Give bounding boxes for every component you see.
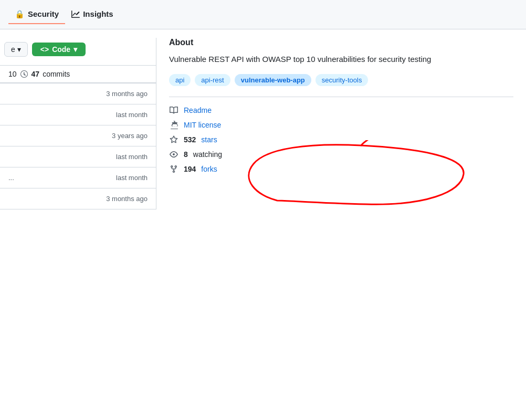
file-row: 3 years ago (0, 125, 156, 146)
eye-icon (169, 150, 178, 159)
file-row: last month (0, 146, 156, 167)
nav-insights-label: Insights (83, 9, 113, 18)
code-chevron-icon: ▾ (73, 45, 77, 54)
forks-link[interactable]: forks (201, 165, 217, 173)
tag-api-rest[interactable]: api-rest (195, 74, 230, 86)
stars-link[interactable]: stars (201, 135, 217, 144)
branch-chevron: ▾ (17, 45, 21, 54)
divider (169, 97, 513, 97)
stars-value: 532 (184, 135, 196, 144)
file-time-6: 3 months ago (106, 195, 148, 203)
book-icon (169, 106, 178, 115)
branch-selector[interactable]: e ▾ (4, 42, 28, 57)
nav-item-insights[interactable]: Insights (65, 5, 120, 24)
file-ellipsis: ... (8, 174, 14, 182)
readme-link[interactable]: Readme (184, 106, 212, 114)
file-time-2: last month (116, 111, 148, 119)
file-row: last month (0, 104, 156, 125)
code-icon: <> (40, 45, 49, 54)
about-description: Vulnerable REST API with OWASP top 10 vu… (169, 54, 513, 66)
tag-vulnerable-web-app[interactable]: vulnerable-web-app (235, 74, 311, 86)
fork-icon (169, 164, 178, 174)
star-icon (169, 135, 178, 144)
code-button[interactable]: <> Code ▾ (32, 43, 86, 56)
file-time-3: 3 years ago (112, 132, 148, 140)
tag-api[interactable]: api (169, 74, 191, 86)
about-title: About (169, 38, 513, 47)
stat-readme: Readme (169, 106, 513, 115)
stat-license: MIT license (169, 120, 513, 130)
tags-container: api api-rest vulnerable-web-app security… (169, 74, 513, 86)
left-panel: e ▾ <> Code ▾ 10 47 commits 3 months ago (0, 38, 156, 209)
nav-item-security[interactable]: 🔒 Security (8, 5, 65, 24)
main-content: e ▾ <> Code ▾ 10 47 commits 3 months ago (0, 29, 526, 218)
file-time-5: last month (116, 174, 148, 182)
code-button-label: Code (52, 45, 70, 54)
tag-security-tools[interactable]: security-tools (315, 74, 369, 86)
file-row: 3 months ago (0, 188, 156, 209)
file-time-1: 3 months ago (106, 90, 148, 98)
clock-icon (20, 70, 28, 78)
commits-label: commits (43, 70, 70, 78)
commits-prefix: 10 (8, 70, 17, 78)
watching-value: 8 (184, 150, 188, 159)
file-row: ... last month (0, 167, 156, 188)
file-row: 3 months ago (0, 83, 156, 104)
nav-security-label: Security (28, 9, 59, 18)
stat-forks: 194 forks (169, 164, 513, 174)
code-button-row: e ▾ <> Code ▾ (0, 38, 156, 65)
top-nav: 🔒 Security Insights (0, 0, 526, 29)
shield-icon: 🔒 (15, 9, 25, 19)
graph-icon (71, 10, 80, 18)
file-time-4: last month (116, 153, 148, 161)
right-panel: About Vulnerable REST API with OWASP top… (156, 38, 526, 209)
branch-label: e (11, 45, 15, 54)
commits-count: 47 (31, 70, 40, 78)
stat-watching: 8 watching (169, 150, 513, 159)
commits-row: 10 47 commits (0, 65, 156, 83)
forks-value: 194 (184, 165, 196, 173)
stat-stars: 532 stars (169, 135, 513, 144)
file-list: 3 months ago last month 3 years ago last… (0, 83, 156, 209)
repo-stats: Readme MIT license 532 stars (169, 106, 513, 174)
watching-label: watching (193, 150, 222, 159)
license-link[interactable]: MIT license (184, 121, 221, 129)
scale-icon (169, 120, 178, 130)
